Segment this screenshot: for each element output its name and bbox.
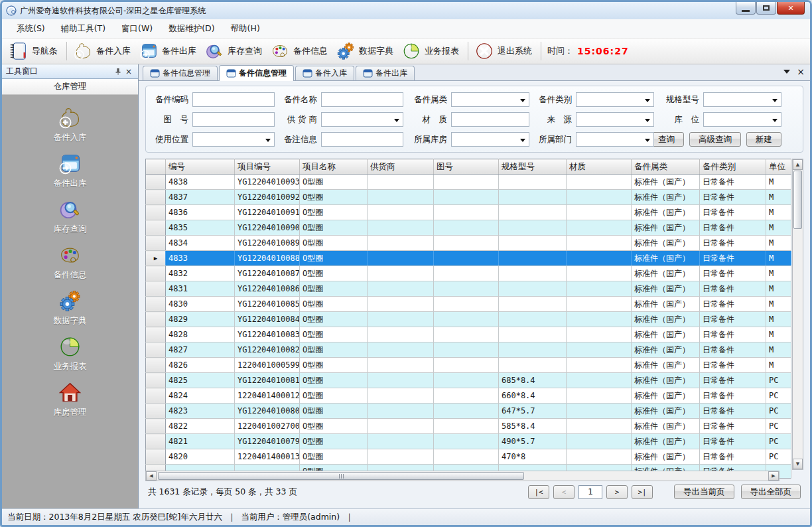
table-cell[interactable] <box>434 449 499 465</box>
table-cell[interactable]: 585*8.4 <box>499 419 567 434</box>
table-row[interactable]: 4830YG12204010085O型圈标准件（国产）日常备件M <box>146 297 791 312</box>
chevron-down-icon[interactable] <box>772 119 778 122</box>
next-page-button[interactable]: > <box>606 485 628 499</box>
table-cell[interactable]: 4829 <box>166 312 235 327</box>
tab-list-dropdown-icon[interactable] <box>783 70 790 74</box>
table-row[interactable]: 48221220401002700O型圈585*8.4标准件（国产）日常备件PC <box>146 419 791 434</box>
row-selector-cell[interactable] <box>146 281 166 297</box>
table-cell[interactable]: YG12204010081 <box>235 373 300 388</box>
horizontal-scrollbar[interactable]: ◀ ▶ <box>145 471 779 481</box>
table-cell[interactable]: O型圈 <box>300 205 368 220</box>
table-cell[interactable]: 日常备件 <box>700 419 766 434</box>
table-cell[interactable] <box>567 404 632 419</box>
table-cell[interactable]: 4821 <box>166 434 235 449</box>
table-cell[interactable]: 660*8.4 <box>499 388 567 404</box>
row-selector-cell[interactable] <box>146 449 166 465</box>
table-cell[interactable]: 日常备件 <box>700 358 766 373</box>
table-cell[interactable] <box>434 373 499 388</box>
table-cell[interactable]: 685*8.4 <box>499 373 567 388</box>
table-cell[interactable] <box>434 297 499 312</box>
combo-所属部门[interactable] <box>576 132 654 147</box>
menu-item[interactable]: 数据维护(D) <box>161 21 222 37</box>
combo-备件属类[interactable] <box>451 92 529 107</box>
scroll-down-icon[interactable]: ▼ <box>793 459 803 469</box>
table-cell[interactable]: 日常备件 <box>700 373 766 388</box>
vertical-scroll-thumb[interactable] <box>793 171 802 229</box>
sidebar-item-parts-info[interactable]: 备件信息 <box>2 243 138 281</box>
table-cell[interactable] <box>499 358 567 373</box>
table-cell[interactable]: 日常备件 <box>700 281 766 297</box>
table-cell[interactable]: PC <box>766 434 791 449</box>
row-selector-cell[interactable] <box>146 266 166 281</box>
maximize-button[interactable] <box>756 2 776 15</box>
menu-item[interactable]: 帮助(H) <box>223 21 268 37</box>
row-selector-cell[interactable] <box>146 327 166 342</box>
table-cell[interactable] <box>368 190 434 205</box>
row-selector-cell[interactable] <box>146 342 166 358</box>
table-cell[interactable] <box>567 327 632 342</box>
table-cell[interactable]: YG12204010080 <box>235 404 300 419</box>
table-cell[interactable] <box>434 220 499 236</box>
table-cell[interactable] <box>567 281 632 297</box>
horizontal-scroll-thumb[interactable] <box>158 472 524 480</box>
column-header[interactable]: 单位 <box>766 159 791 175</box>
table-cell[interactable]: 4834 <box>166 236 235 251</box>
table-cell[interactable] <box>499 266 567 281</box>
table-cell[interactable]: M <box>766 190 791 205</box>
input-备件编码[interactable] <box>192 92 275 107</box>
table-cell[interactable]: 日常备件 <box>700 312 766 327</box>
table-cell[interactable]: O型圈 <box>300 297 368 312</box>
table-cell[interactable]: 日常备件 <box>700 434 766 449</box>
column-header[interactable]: 项目编号 <box>235 159 300 175</box>
tab-1[interactable]: 备件信息管理 <box>143 66 218 80</box>
table-cell[interactable]: O型圈 <box>300 190 368 205</box>
table-cell[interactable]: YG12204010087 <box>235 266 300 281</box>
table-cell[interactable]: M <box>766 327 791 342</box>
column-header[interactable]: 备件属类 <box>632 159 700 175</box>
table-cell[interactable] <box>499 205 567 220</box>
chevron-down-icon[interactable] <box>645 119 650 122</box>
table-row[interactable]: 4831YG12204010086O型圈标准件（国产）日常备件M <box>146 281 791 297</box>
table-row[interactable]: 4837YG12204010092O型圈标准件（国产）日常备件M <box>146 190 791 205</box>
toolbar-button-exit[interactable]: 退出系统 <box>472 40 537 62</box>
table-cell[interactable]: 日常备件 <box>700 266 766 281</box>
row-selector-cell[interactable] <box>146 312 166 327</box>
table-cell[interactable]: 4835 <box>166 220 235 236</box>
table-cell[interactable]: PC <box>766 449 791 465</box>
table-row[interactable]: 4821YG12204010079O型圈490*5.7标准件（国产）日常备件PC <box>146 434 791 449</box>
combo-规格型号[interactable] <box>703 92 781 107</box>
table-cell[interactable]: YG12204010092 <box>235 190 300 205</box>
table-cell[interactable]: O型圈 <box>300 327 368 342</box>
table-cell[interactable] <box>567 373 632 388</box>
table-cell[interactable]: PC <box>766 404 791 419</box>
table-row[interactable]: 4829YG12204010084O型圈标准件（国产）日常备件M <box>146 312 791 327</box>
chevron-down-icon[interactable] <box>520 139 525 142</box>
table-row[interactable]: 4836YG12204010091O型圈标准件（国产）日常备件M <box>146 205 791 220</box>
table-cell[interactable]: 标准件（国产） <box>632 388 700 404</box>
last-page-button[interactable]: >| <box>632 485 653 499</box>
table-cell[interactable] <box>499 297 567 312</box>
table-cell[interactable]: 日常备件 <box>700 236 766 251</box>
table-cell[interactable]: 4823 <box>166 404 235 419</box>
table-cell[interactable]: 标准件（国产） <box>632 175 700 190</box>
vertical-scrollbar[interactable]: ▲ ▼ <box>792 159 803 470</box>
table-cell[interactable]: 4838 <box>166 175 235 190</box>
column-header[interactable]: 备件类别 <box>700 159 766 175</box>
table-cell[interactable] <box>368 342 434 358</box>
table-cell[interactable] <box>567 297 632 312</box>
table-cell[interactable] <box>499 236 567 251</box>
table-cell[interactable] <box>434 358 499 373</box>
menu-item[interactable]: 系统(S) <box>9 21 53 37</box>
table-cell[interactable]: 标准件（国产） <box>632 358 700 373</box>
pin-button[interactable] <box>113 66 123 77</box>
sidebar-item-biz-report[interactable]: 业务报表 <box>2 335 138 373</box>
row-selector-cell[interactable] <box>146 190 166 205</box>
toolbar-button-parts-info[interactable]: 备件信息 <box>267 40 333 62</box>
table-cell[interactable]: PC <box>766 419 791 434</box>
table-cell[interactable]: 标准件（国产） <box>632 205 700 220</box>
table-cell[interactable]: 标准件（国产） <box>632 312 700 327</box>
input-备件名称[interactable] <box>321 92 403 107</box>
table-cell[interactable]: O型圈 <box>300 251 368 266</box>
table-cell[interactable] <box>434 404 499 419</box>
table-cell[interactable] <box>434 419 499 434</box>
